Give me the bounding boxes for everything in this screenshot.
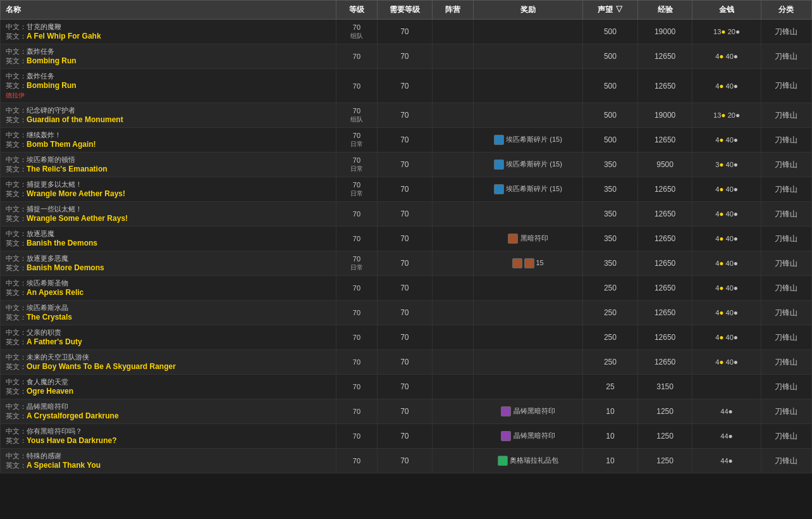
quest-rep: 350 — [583, 153, 638, 177]
quest-req-level: 70 — [377, 350, 432, 375]
quest-name: 中文：晶铸黑暗符印英文：A Crystalforged Darkrune — [1, 399, 336, 424]
table-row: 中文：食人魔的天堂英文：Ogre Heaven 70 70 25 3150 刀锋… — [1, 375, 812, 399]
table-row: 中文：特殊的感谢英文：A Special Thank You 70 70 奥格瑞… — [1, 449, 812, 473]
table-row: 中文：甘克的魔鞭英文：A Fel Whip For Gahk 70组队 70 5… — [1, 20, 812, 44]
quest-category: 刀锋山 — [761, 301, 811, 325]
quest-req-level: 70 — [377, 399, 432, 424]
quest-exp: 12650 — [637, 350, 692, 375]
quest-name: 中文：埃匹希斯水晶英文：The Crystals — [1, 301, 336, 325]
table-row: 中文：继续轰炸！英文：Bomb Them Again! 70日常 70 埃匹希斯… — [1, 128, 812, 153]
quest-exp: 3150 — [637, 375, 692, 399]
quest-gold: 4● 40● — [692, 350, 761, 375]
quest-category: 刀锋山 — [761, 325, 811, 350]
quest-gold: 3● 40● — [692, 153, 761, 177]
quest-level: 70 — [336, 424, 377, 449]
table-row: 中文：放逐更多恶魔英文：Banish More Demons 70日常 70 1… — [1, 251, 812, 276]
quest-category: 刀锋山 — [761, 276, 811, 301]
quest-rep: 350 — [583, 177, 638, 202]
quest-gold: 4● 40● — [692, 227, 761, 251]
quest-rep: 250 — [583, 276, 638, 301]
quest-req-level: 70 — [377, 128, 432, 153]
quest-gold: 44● — [692, 424, 761, 449]
quest-exp: 12650 — [637, 276, 692, 301]
col-rep: 声望 ▽ — [583, 1, 638, 20]
quest-level: 70日常 — [336, 128, 377, 153]
quest-rep: 500 — [583, 69, 638, 103]
quest-req-level: 70 — [377, 44, 432, 69]
quest-name: 中文：未来的天空卫队游侠英文：Our Boy Wants To Be A Sky… — [1, 350, 336, 375]
quest-rep: 10 — [583, 399, 638, 424]
quest-rep: 350 — [583, 202, 638, 227]
quest-rep: 250 — [583, 350, 638, 375]
quest-req-level: 70 — [377, 251, 432, 276]
quest-req-level: 70 — [377, 69, 432, 103]
quest-category: 刀锋山 — [761, 128, 811, 153]
quest-name: 中文：你有黑暗符印吗？英文：Yous Have Da Darkrune? — [1, 424, 336, 449]
quest-level: 70日常 — [336, 153, 377, 177]
quest-reward — [473, 20, 582, 44]
quest-rep: 350 — [583, 251, 638, 276]
quest-name: 中文：继续轰炸！英文：Bomb Them Again! — [1, 128, 336, 153]
quest-req-level: 70 — [377, 202, 432, 227]
quest-exp: 12650 — [637, 202, 692, 227]
col-req-level: 需要等级 — [377, 1, 432, 20]
quest-exp: 12650 — [637, 301, 692, 325]
col-reward: 奖励 — [473, 1, 582, 20]
quest-level: 70 — [336, 276, 377, 301]
quest-category: 刀锋山 — [761, 375, 811, 399]
quest-gold: 4● 40● — [692, 325, 761, 350]
quest-level: 70 — [336, 350, 377, 375]
quest-category: 刀锋山 — [761, 153, 811, 177]
quest-gold: 44● — [692, 399, 761, 424]
quest-name: 中文：甘克的魔鞭英文：A Fel Whip For Gahk — [1, 20, 336, 44]
quest-exp: 12650 — [637, 251, 692, 276]
quest-reward: 晶铸黑暗符印 — [473, 399, 582, 424]
quest-gold: 13● 20● — [692, 103, 761, 128]
quest-reward: 埃匹希斯碎片 (15) — [473, 128, 582, 153]
quest-faction — [432, 44, 473, 69]
quest-category: 刀锋山 — [761, 20, 811, 44]
quest-gold: 4● 40● — [692, 177, 761, 202]
quest-rep: 500 — [583, 20, 638, 44]
quest-level: 70 — [336, 202, 377, 227]
quest-exp: 1250 — [637, 399, 692, 424]
quest-reward — [473, 325, 582, 350]
quest-category: 刀锋山 — [761, 251, 811, 276]
col-exp: 经验 — [637, 1, 692, 20]
col-level: 等级 — [336, 1, 377, 20]
quest-rep: 10 — [583, 449, 638, 473]
quest-name: 中文：轰炸任务英文：Bombing Run — [1, 44, 336, 69]
table-row: 中文：晶铸黑暗符印英文：A Crystalforged Darkrune 70 … — [1, 399, 812, 424]
quest-faction — [432, 399, 473, 424]
quest-name: 中文：埃匹希斯圣物英文：An Apexis Relic — [1, 276, 336, 301]
quest-category: 刀锋山 — [761, 44, 811, 69]
quest-level: 70组队 — [336, 20, 377, 44]
table-row: 中文：埃匹希斯的顿悟英文：The Relic's Emanation 70日常 … — [1, 153, 812, 177]
quest-category: 刀锋山 — [761, 350, 811, 375]
quest-req-level: 70 — [377, 227, 432, 251]
table-row: 中文：捕捉更多以太鳐！英文：Wrangle More Aether Rays! … — [1, 177, 812, 202]
col-gold: 金钱 — [692, 1, 761, 20]
quest-reward — [473, 202, 582, 227]
quest-exp: 19000 — [637, 20, 692, 44]
quest-category: 刀锋山 — [761, 202, 811, 227]
table-row: 中文：埃匹希斯水晶英文：The Crystals 70 70 250 12650… — [1, 301, 812, 325]
quest-exp: 12650 — [637, 128, 692, 153]
quest-exp: 12650 — [637, 325, 692, 350]
quest-name: 中文：纪念碑的守护者英文：Guardian of the Monument — [1, 103, 336, 128]
table-row: 中文：纪念碑的守护者英文：Guardian of the Monument 70… — [1, 103, 812, 128]
quest-req-level: 70 — [377, 424, 432, 449]
quest-reward — [473, 103, 582, 128]
quest-reward — [473, 301, 582, 325]
quest-exp: 1250 — [637, 424, 692, 449]
quest-name: 中文：放逐更多恶魔英文：Banish More Demons — [1, 251, 336, 276]
col-name: 名称 — [1, 1, 336, 20]
quest-level: 70 — [336, 325, 377, 350]
quest-req-level: 70 — [377, 153, 432, 177]
quest-rep: 500 — [583, 44, 638, 69]
quest-rep: 10 — [583, 424, 638, 449]
quest-level: 70 — [336, 227, 377, 251]
table-row: 中文：埃匹希斯圣物英文：An Apexis Relic 70 70 250 12… — [1, 276, 812, 301]
quest-faction — [432, 20, 473, 44]
quest-category: 刀锋山 — [761, 449, 811, 473]
